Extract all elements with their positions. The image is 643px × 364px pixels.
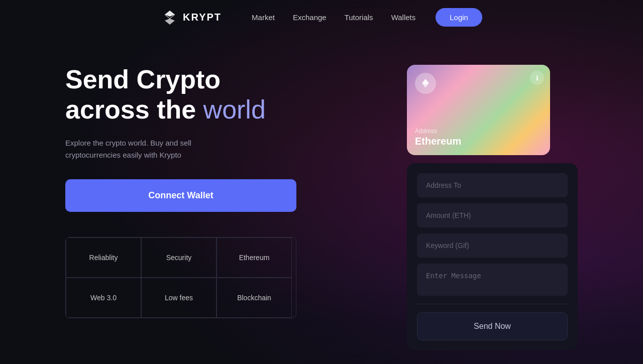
hero-title-highlight: world [203, 95, 266, 124]
feature-blockchain: Blockchain [217, 278, 292, 318]
login-button[interactable]: Login [436, 8, 482, 27]
nav-exchange[interactable]: Exchange [293, 13, 327, 22]
address-to-input[interactable] [417, 173, 568, 197]
send-now-button[interactable]: Send Now [417, 312, 568, 340]
keyword-input[interactable] [417, 233, 568, 258]
card-address-label: Address [415, 128, 542, 135]
feature-ethereum: Ethereum [217, 237, 292, 278]
hero-title-line1: Send Crypto [65, 65, 221, 94]
feature-lowfees: Low fees [141, 278, 217, 318]
hero-subtitle: Explore the crypto world. Buy and sellcr… [65, 137, 296, 161]
logo-icon [161, 9, 179, 27]
eth-card: ℹ Address Ethereum [407, 65, 550, 155]
form-divider [417, 304, 568, 304]
feature-web3: Web 3.0 [66, 278, 141, 318]
eth-icon [415, 73, 436, 94]
card-bottom: Address Ethereum [415, 128, 542, 147]
nav-links: Market Exchange Tutorials Wallets [252, 13, 415, 22]
info-icon[interactable]: ℹ [530, 71, 544, 85]
hero-title-line2: across the [65, 95, 203, 124]
main-content: Send Crypto across the world Explore the… [0, 35, 643, 364]
card-address-value: Ethereum [415, 136, 542, 147]
right-section: ℹ Address Ethereum Send Now [407, 65, 578, 350]
connect-wallet-button[interactable]: Connect Wallet [65, 179, 296, 212]
logo-text: KRYPT [183, 12, 222, 23]
send-form: Send Now [407, 163, 578, 350]
nav-wallets[interactable]: Wallets [391, 13, 416, 22]
hero-title: Send Crypto across the world [65, 65, 296, 125]
amount-input[interactable] [417, 203, 568, 227]
features-grid: Reliablity Security Ethereum Web 3.0 Low… [65, 237, 296, 318]
message-input[interactable] [417, 264, 568, 296]
left-section: Send Crypto across the world Explore the… [65, 65, 296, 318]
feature-reliability: Reliablity [66, 237, 141, 278]
feature-security: Security [141, 237, 217, 278]
nav-tutorials[interactable]: Tutorials [345, 13, 373, 22]
nav-market[interactable]: Market [252, 13, 275, 22]
logo: KRYPT [161, 9, 222, 27]
